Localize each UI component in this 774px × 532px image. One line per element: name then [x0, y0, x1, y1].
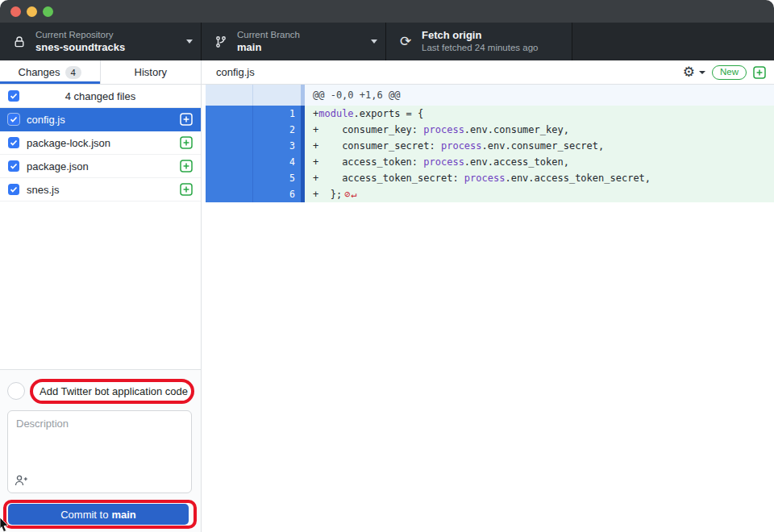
- minimize-window-button[interactable]: [27, 6, 37, 17]
- commit-button-branch: main: [111, 509, 135, 521]
- annotation-highlight-summary: [30, 379, 194, 404]
- added-file-icon: [180, 183, 193, 196]
- file-checkbox[interactable]: [8, 114, 19, 125]
- fetch-title: Fetch origin: [422, 29, 539, 42]
- diff-line[interactable]: 1 +module.exports = {: [206, 106, 774, 122]
- commit-description-input[interactable]: [8, 411, 191, 469]
- file-checkbox[interactable]: [8, 160, 19, 172]
- close-window-button[interactable]: [10, 6, 21, 17]
- sync-icon: ⟳: [397, 35, 414, 48]
- diff-view: @@ -0,0 +1,6 @@ 1 +module.exports = { 2 …: [202, 85, 774, 202]
- changed-files-header: 4 changed files: [0, 85, 201, 108]
- annotation-highlight-commit-button: Commit tomain: [3, 500, 197, 529]
- diff-line[interactable]: 2 + consumer_key: process.env.consumer_k…: [206, 122, 774, 138]
- tab-history[interactable]: History: [101, 60, 202, 84]
- old-line-number: [206, 186, 253, 202]
- chevron-down-icon: [371, 39, 377, 44]
- added-file-icon: [180, 136, 193, 149]
- old-line-number: [206, 170, 253, 186]
- mouse-cursor: [0, 517, 11, 532]
- commit-button-label: Commit to: [60, 509, 108, 521]
- chevron-down-icon: [186, 39, 193, 44]
- line-content: + consumer_secret: process.env.consumer_…: [305, 138, 774, 154]
- branch-label: Current Branch: [237, 29, 300, 40]
- old-line-number: [206, 122, 253, 138]
- line-content: + };⊘↵: [305, 186, 774, 202]
- diff-line[interactable]: 4 + access_token: process.env.access_tok…: [206, 154, 774, 170]
- fetch-subtitle: Last fetched 24 minutes ago: [422, 42, 539, 53]
- file-name: package-lock.json: [27, 137, 110, 149]
- new-line-number: 3: [253, 138, 301, 154]
- old-line-number: [206, 106, 253, 122]
- hunk-gutter-new: [253, 85, 301, 106]
- avatar: [7, 382, 25, 400]
- new-line-number: 2: [253, 122, 301, 138]
- branch-name: main: [237, 41, 300, 54]
- commit-button[interactable]: Commit tomain: [8, 504, 189, 525]
- line-content: +module.exports = {: [305, 106, 774, 122]
- git-branch-icon: [213, 35, 229, 48]
- file-name: config.js: [27, 114, 65, 126]
- hunk-header-text: @@ -0,0 +1,6 @@: [305, 85, 774, 106]
- diff-filename: config.js: [216, 66, 255, 78]
- main-pane: config.js ⚙ New @@ -0,0 +1,6 @@: [202, 60, 774, 532]
- commit-summary-input[interactable]: [33, 385, 191, 397]
- tab-history-label: History: [135, 66, 167, 78]
- file-row-snes-js[interactable]: snes.js: [0, 178, 201, 202]
- line-content: + access_token_secret: process.env.acces…: [305, 170, 774, 186]
- changes-count-badge: 4: [65, 66, 81, 79]
- file-name: snes.js: [27, 184, 59, 196]
- chevron-down-icon: [699, 71, 705, 74]
- added-file-icon: [180, 113, 193, 126]
- tab-changes-label: Changes: [19, 66, 60, 78]
- added-file-icon: [180, 160, 193, 172]
- expand-diff-icon[interactable]: [753, 66, 766, 79]
- line-content: + consumer_key: process.env.consumer_key…: [305, 122, 774, 138]
- old-line-number: [206, 138, 253, 154]
- fetch-origin-button[interactable]: ⟳ Fetch origin Last fetched 24 minutes a…: [386, 23, 572, 60]
- hunk-gutter-old: [206, 85, 253, 106]
- add-coauthor-icon[interactable]: [15, 474, 29, 487]
- commit-description-box: [7, 410, 192, 493]
- tab-changes[interactable]: Changes 4: [0, 60, 101, 84]
- app-window: Current Repository snes-soundtracks Curr…: [0, 0, 774, 532]
- toolbar-spacer: [572, 23, 774, 60]
- no-newline-icon: ⊘↵: [344, 189, 357, 200]
- diff-hunk-header: @@ -0,0 +1,6 @@: [206, 85, 774, 106]
- diff-file-header: config.js ⚙ New: [202, 60, 774, 85]
- active-tab-indicator: [0, 81, 100, 84]
- file-checkbox[interactable]: [8, 137, 19, 148]
- file-checkbox[interactable]: [8, 184, 19, 195]
- file-row-package-json[interactable]: package.json: [0, 155, 201, 178]
- file-row-config-js[interactable]: config.js: [0, 108, 201, 131]
- new-line-number: 6: [253, 186, 301, 202]
- current-repository-dropdown[interactable]: Current Repository snes-soundtracks: [0, 23, 202, 60]
- titlebar: [0, 0, 774, 23]
- new-line-number: 5: [253, 170, 301, 186]
- new-line-number: 1: [253, 106, 301, 122]
- lock-icon: [11, 35, 27, 48]
- zoom-window-button[interactable]: [43, 6, 53, 17]
- line-content: + access_token: process.env.access_token…: [305, 154, 774, 170]
- file-row-package-lock-json[interactable]: package-lock.json: [0, 131, 201, 155]
- diff-line[interactable]: 6 + };⊘↵: [206, 186, 774, 202]
- diff-options-button[interactable]: ⚙: [683, 65, 705, 79]
- commit-panel: Commit tomain: [0, 369, 201, 532]
- file-status-badge: New: [712, 65, 747, 80]
- repository-label: Current Repository: [35, 29, 125, 40]
- current-branch-dropdown[interactable]: Current Branch main: [202, 23, 386, 60]
- repository-name: snes-soundtracks: [35, 41, 125, 54]
- old-line-number: [206, 154, 253, 170]
- diff-line[interactable]: 5 + access_token_secret: process.env.acc…: [206, 170, 774, 186]
- diff-line[interactable]: 3 + consumer_secret: process.env.consume…: [206, 138, 774, 154]
- sidebar-tabs: Changes 4 History: [0, 60, 201, 85]
- file-name: package.json: [27, 160, 89, 172]
- changed-files-count: 4 changed files: [0, 90, 201, 102]
- new-line-number: 4: [253, 154, 301, 170]
- sidebar: Changes 4 History 4 changed files config…: [0, 60, 202, 532]
- toolbar: Current Repository snes-soundtracks Curr…: [0, 23, 774, 60]
- gear-icon: ⚙: [683, 65, 695, 79]
